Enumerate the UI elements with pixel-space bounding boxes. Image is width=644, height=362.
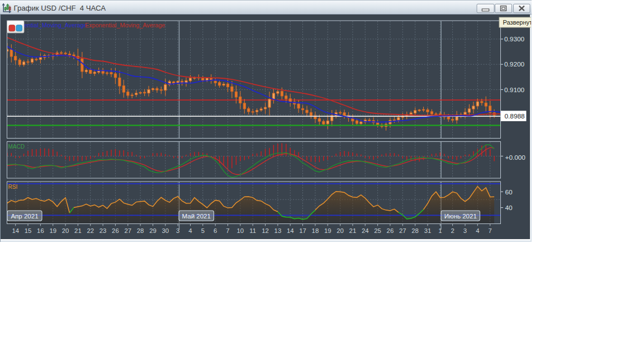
svg-text:0.9100: 0.9100	[504, 86, 525, 94]
svg-text:0.8988: 0.8988	[505, 112, 525, 120]
svg-text:1: 1	[438, 227, 442, 234]
svg-text:26: 26	[112, 227, 119, 234]
svg-text:25: 25	[374, 227, 381, 234]
svg-text:31: 31	[424, 227, 432, 234]
svg-text:Июнь 2021: Июнь 2021	[444, 213, 477, 220]
svg-text:2: 2	[451, 227, 454, 234]
svg-text:20: 20	[337, 227, 344, 234]
svg-text:24: 24	[362, 227, 369, 234]
svg-text:0.9300: 0.9300	[504, 35, 525, 43]
svg-text:Апр 2021: Апр 2021	[11, 213, 38, 220]
svg-text:14: 14	[12, 227, 19, 234]
svg-text:+0.000: +0.000	[505, 154, 526, 161]
svg-text:19: 19	[324, 227, 332, 234]
svg-text:RSI: RSI	[8, 184, 18, 190]
svg-text:27: 27	[399, 227, 406, 234]
svg-text:10: 10	[237, 227, 244, 234]
svg-text:21: 21	[349, 227, 357, 234]
svg-text:График USD /CHF 4 ЧАСА: График USD /CHF 4 ЧАСА	[14, 4, 106, 12]
svg-text:21: 21	[74, 227, 82, 234]
svg-text:60: 60	[505, 188, 513, 196]
svg-text:30: 30	[162, 227, 169, 234]
svg-text:19: 19	[49, 227, 56, 234]
svg-text:26: 26	[387, 227, 394, 234]
svg-text:Exponential_Moving_Average: Exponential_Moving_Average	[85, 22, 165, 28]
svg-text:4: 4	[188, 227, 192, 234]
svg-text:27: 27	[125, 227, 132, 234]
svg-text:6: 6	[214, 227, 217, 234]
svg-text:MACD: MACD	[8, 144, 25, 150]
svg-text:23: 23	[100, 227, 107, 234]
svg-text:11: 11	[249, 227, 256, 234]
svg-text:40: 40	[505, 204, 513, 212]
svg-text:4: 4	[476, 227, 479, 234]
svg-text:12: 12	[262, 227, 269, 234]
svg-text:3: 3	[463, 227, 467, 234]
svg-text:5: 5	[201, 227, 205, 234]
svg-text:Развернуть: Развернуть	[503, 19, 536, 26]
svg-text:28: 28	[137, 227, 144, 234]
svg-text:13: 13	[274, 227, 282, 234]
svg-text:28: 28	[411, 227, 419, 234]
svg-text:16: 16	[37, 227, 44, 234]
svg-text:Май 2021: Май 2021	[182, 213, 211, 220]
svg-text:29: 29	[149, 227, 157, 234]
svg-text:14: 14	[287, 227, 294, 234]
svg-text:7: 7	[489, 227, 492, 234]
svg-text:18: 18	[312, 227, 319, 234]
svg-text:0.9200: 0.9200	[504, 60, 525, 68]
svg-text:3: 3	[176, 227, 179, 234]
svg-text:17: 17	[299, 227, 306, 234]
svg-text:15: 15	[25, 227, 32, 234]
svg-text:7: 7	[226, 227, 229, 234]
svg-text:22: 22	[87, 227, 94, 234]
svg-text:20: 20	[62, 227, 69, 234]
